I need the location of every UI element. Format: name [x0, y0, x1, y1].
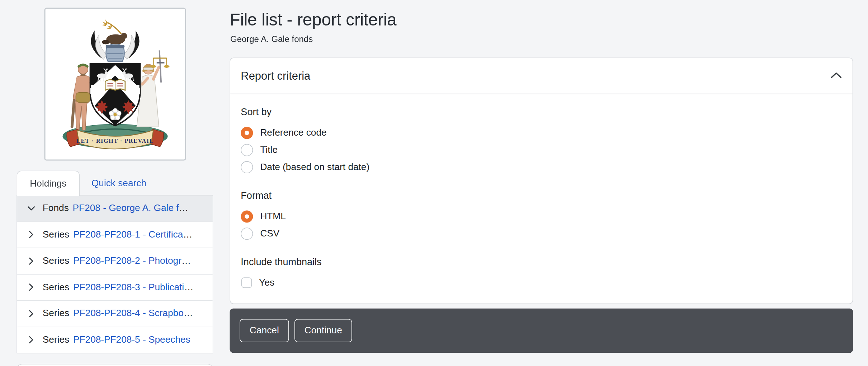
- tree-item-level: Series: [43, 255, 69, 267]
- radio-option-html[interactable]: HTML: [241, 208, 842, 225]
- radio-label: HTML: [260, 211, 286, 222]
- helmet: [106, 44, 124, 61]
- report-criteria-panel: Report criteria Sort by Reference code T…: [230, 58, 853, 304]
- tree-item-series-5[interactable]: Series PF208-PF208-5 - Speeches: [17, 327, 213, 353]
- tree-item-series-2[interactable]: Series PF208-PF208-2 - Photogr …: [17, 248, 213, 274]
- chevron-right-icon[interactable]: [27, 309, 36, 318]
- chevron-right-icon[interactable]: [27, 336, 36, 344]
- tree-item-link[interactable]: PF208-PF208-3 - Publicati: [73, 282, 184, 293]
- radio-option-date[interactable]: Date (based on start date): [241, 158, 842, 175]
- checkbox-option-yes[interactable]: Yes: [241, 274, 842, 291]
- cancel-button[interactable]: Cancel: [240, 319, 289, 342]
- sidebar-tabs: Holdings Quick search: [16, 170, 158, 195]
- coat-of-arms-image: LET · RIGHT · PREVAIL: [48, 11, 182, 156]
- tree-item-link[interactable]: PF208-PF208-5 - Speeches: [73, 334, 190, 346]
- book: [105, 80, 125, 90]
- tree-item-fonds[interactable]: Fonds PF208 - George A. Gale f …: [17, 196, 213, 222]
- site-logo[interactable]: LET · RIGHT · PREVAIL: [44, 8, 186, 161]
- tree-item-series-1[interactable]: Series PF208-PF208-1 - Certifica …: [17, 222, 213, 248]
- chevron-right-icon[interactable]: [27, 257, 36, 266]
- radio-html[interactable]: [241, 210, 253, 222]
- radio-label: Title: [260, 144, 278, 155]
- tree-item-ellipsis: …: [184, 308, 193, 319]
- radio-title[interactable]: [241, 144, 253, 156]
- tree-item-level: Series: [43, 308, 69, 319]
- radio-option-csv[interactable]: CSV: [241, 225, 842, 242]
- radio-option-reference-code[interactable]: Reference code: [241, 124, 842, 141]
- tree-item-ellipsis: …: [181, 255, 191, 267]
- tree-item-level: Series: [43, 282, 69, 293]
- sort-by-options: Reference code Title Date (based on star…: [241, 124, 842, 176]
- motto-text: LET · RIGHT · PREVAIL: [76, 138, 154, 144]
- radio-date[interactable]: [241, 161, 253, 173]
- panel-title: Report criteria: [241, 70, 310, 82]
- page: LET · RIGHT · PREVAIL Holdings Quick sea…: [0, 0, 868, 366]
- chevron-down-icon[interactable]: [27, 204, 36, 213]
- tree-item-level: Series: [43, 229, 69, 240]
- radio-reference-code[interactable]: [241, 127, 253, 139]
- tab-holdings[interactable]: Holdings: [16, 170, 80, 196]
- tab-quick-search-label: Quick search: [91, 178, 146, 189]
- sort-by-label: Sort by: [241, 105, 842, 118]
- panel-body: Sort by Reference code Title Date (based…: [230, 94, 853, 303]
- tree-item-ellipsis: …: [183, 229, 192, 240]
- radio-csv[interactable]: [241, 227, 253, 240]
- tree-item-link[interactable]: PF208 - George A. Gale f: [73, 203, 179, 214]
- chevron-right-icon[interactable]: [27, 283, 36, 292]
- format-options: HTML CSV: [241, 208, 842, 242]
- tree-item-ellipsis: …: [184, 282, 193, 293]
- tree-item-series-4[interactable]: Series PF208-PF208-4 - Scrapbo …: [17, 301, 213, 327]
- tree-item-ellipsis: …: [179, 203, 188, 214]
- continue-button[interactable]: Continue: [294, 319, 352, 342]
- action-bar: Cancel Continue: [230, 309, 853, 353]
- thumbnails-label: Include thumbnails: [241, 255, 842, 268]
- chevron-up-icon[interactable]: [830, 71, 842, 81]
- tab-holdings-label: Holdings: [30, 178, 66, 189]
- chevron-right-icon[interactable]: [27, 230, 36, 239]
- tree-item-series-3[interactable]: Series PF208-PF208-3 - Publicati …: [17, 274, 213, 301]
- radio-label: Reference code: [260, 127, 326, 138]
- tree-item-level: Series: [43, 334, 69, 346]
- tree-item-link[interactable]: PF208-PF208-2 - Photogr: [73, 255, 181, 267]
- tree-item-level: Fonds: [43, 203, 69, 214]
- radio-label: CSV: [260, 228, 279, 239]
- page-subtitle: George A. Gale fonds: [230, 34, 313, 44]
- radio-label: Date (based on start date): [260, 161, 369, 173]
- panel-header[interactable]: Report criteria: [230, 58, 853, 94]
- tree-item-link[interactable]: PF208-PF208-4 - Scrapbo: [73, 308, 184, 319]
- sidebar-next-panel: [16, 364, 213, 366]
- checkbox-label: Yes: [259, 277, 274, 288]
- holdings-tree: Fonds PF208 - George A. Gale f … Series …: [16, 195, 213, 353]
- page-title: File list - report criteria: [230, 9, 396, 31]
- tab-quick-search[interactable]: Quick search: [80, 170, 158, 195]
- format-label: Format: [241, 189, 842, 202]
- thumbnails-checkbox[interactable]: [241, 277, 252, 288]
- radio-option-title[interactable]: Title: [241, 141, 842, 159]
- tree-item-link[interactable]: PF208-PF208-1 - Certifica: [73, 229, 183, 240]
